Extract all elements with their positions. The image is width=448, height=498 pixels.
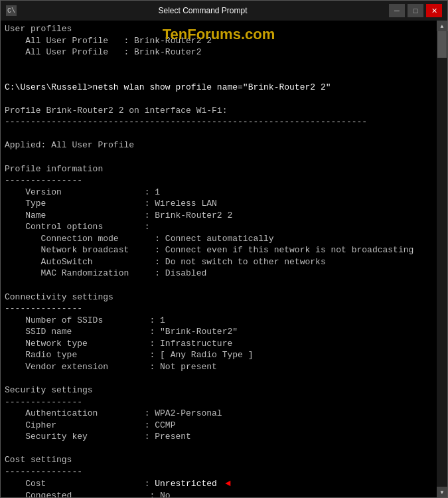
window-title: Select Command Prompt (17, 6, 389, 15)
scroll-up-button[interactable]: ▲ (437, 21, 447, 31)
vendor-extension-line: Vendor extension : Not present (5, 361, 433, 373)
all-user-profile-1: All User Profile : Brink-Router2 2 (5, 35, 433, 47)
network-type-line: Network type : Infrastructure (5, 338, 433, 350)
autoswitch-line: AutoSwitch : Do not switch to other netw… (5, 256, 433, 268)
scrollbar[interactable]: ▲ ▼ (437, 21, 447, 497)
separator-3: --------------- (5, 303, 433, 315)
connectivity-settings-header: Connectivity settings (5, 291, 433, 303)
num-ssids-line: Number of SSIDs : 1 (5, 315, 433, 327)
blank-7 (5, 373, 433, 384)
separator-4: --------------- (5, 396, 433, 408)
version-line: Version : 1 (5, 187, 433, 199)
all-user-profile-2: All User Profile : Brink-Router2 (5, 46, 433, 58)
type-line: Type : Wireless LAN (5, 198, 433, 210)
separator-5: --------------- (5, 466, 433, 478)
user-profiles-header: User profiles (5, 23, 433, 35)
command-line: C:\Users\Russell>netsh wlan show profile… (5, 82, 433, 94)
connection-mode-line: Connection mode : Connect automatically (5, 233, 433, 245)
blank-2 (5, 70, 433, 82)
cipher-line: Cipher : CCMP (5, 420, 433, 432)
blank-3 (5, 93, 433, 105)
cost-line: Cost : Unrestricted ◄ (5, 477, 433, 490)
content-area: TenForums.com User profiles All User Pro… (1, 21, 447, 497)
minimize-button[interactable]: ─ (389, 4, 405, 17)
maximize-button[interactable]: □ (408, 4, 423, 17)
authentication-line: Authentication : WPA2-Personal (5, 408, 433, 420)
terminal[interactable]: TenForums.com User profiles All User Pro… (1, 21, 437, 497)
window-icon: C\ (6, 5, 17, 16)
blank-4 (5, 128, 433, 140)
cost-value: Unrestricted (155, 478, 217, 490)
blank-1 (5, 58, 433, 70)
profile-information-header: Profile information (5, 163, 433, 175)
network-broadcast-line: Network broadcast : Connect even if this… (5, 244, 433, 256)
profile-on-interface: Profile Brink-Router2 2 on interface Wi-… (5, 105, 433, 117)
applied-line: Applied: All User Profile (5, 139, 433, 151)
window: C\ Select Command Prompt ─ □ ✕ TenForums… (0, 0, 448, 498)
security-settings-header: Security settings (5, 384, 433, 396)
red-arrow-icon: ◄ (220, 477, 231, 490)
separator-2: --------------- (5, 175, 433, 187)
security-key-line: Security key : Present (5, 431, 433, 443)
titlebar: C\ Select Command Prompt ─ □ ✕ (1, 1, 447, 21)
cost-settings-header: Cost settings (5, 454, 433, 466)
blank-5 (5, 151, 433, 163)
scrollbar-thumb[interactable] (437, 31, 447, 58)
close-button[interactable]: ✕ (426, 4, 442, 17)
congested-line: Congested : No (5, 490, 433, 497)
control-options-line: Control options : (5, 221, 433, 233)
blank-8 (5, 443, 433, 455)
ssid-name-line: SSID name : "Brink-Router2" (5, 326, 433, 338)
radio-type-line: Radio type : [ Any Radio Type ] (5, 349, 433, 361)
blank-6 (5, 280, 433, 291)
cost-label: Cost : (5, 478, 155, 490)
window-controls: ─ □ ✕ (389, 4, 442, 17)
separator-1: ----------------------------------------… (5, 116, 433, 128)
scroll-down-button[interactable]: ▼ (437, 487, 447, 497)
mac-randomization-line: MAC Randomization : Disabled (5, 268, 433, 280)
name-line: Name : Brink-Router2 2 (5, 210, 433, 222)
